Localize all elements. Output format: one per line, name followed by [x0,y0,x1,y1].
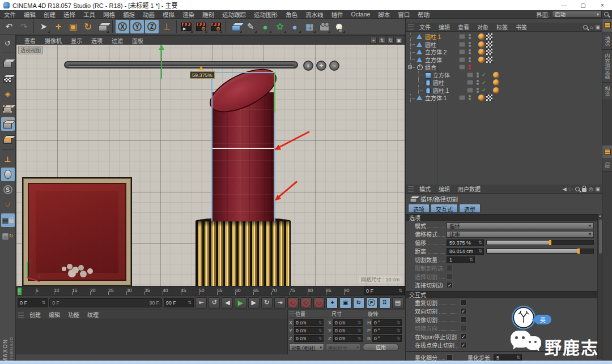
attribute-tab[interactable]: 造型 [459,204,481,213]
object-row[interactable]: − 立方体 ✓ [406,71,602,79]
object-icon[interactable] [424,87,431,93]
checkbox[interactable] [460,299,466,306]
menu-item[interactable]: 文件 [0,10,20,19]
side-tab[interactable]: 内容浏览器 [602,50,612,83]
loop-button[interactable]: ↻ [261,297,273,309]
am-search-icon[interactable] [575,187,580,191]
polygons-mode-icon[interactable] [1,132,15,146]
cuts-value[interactable]: 1⇅ [447,256,475,263]
menu-item[interactable]: 渲染 [178,10,198,19]
om-menu-item[interactable]: 标签 [492,23,512,31]
am-target-icon[interactable]: ◎ [589,186,593,192]
menu-item[interactable]: 网格 [99,10,119,19]
menu-item[interactable]: 脚本 [374,10,394,19]
layer-box[interactable] [459,49,465,54]
texture-tag[interactable] [486,95,492,101]
layer-box[interactable] [459,34,465,39]
gizmo-pause-button[interactable]: ‖ [303,61,313,71]
visibility-dots[interactable] [475,80,481,85]
side-tab[interactable]: 场次 [602,32,612,50]
am-forward-icon[interactable]: ▷ [569,186,573,192]
object-icon[interactable] [424,72,431,78]
viewport-menu-item[interactable]: 摄像机 [40,36,66,45]
scale-tool-icon[interactable]: ▣ [66,20,80,33]
material-menu-item[interactable]: 纹理 [83,310,103,319]
offset-value[interactable]: 59.375 %⇅ [447,239,484,246]
phong-tag[interactable] [478,49,484,55]
menu-item[interactable]: 动画 [139,10,159,19]
phong-tag[interactable] [493,72,499,78]
layer-box[interactable] [459,95,465,100]
object-icon[interactable] [416,33,423,40]
last-tool-icon[interactable] [96,20,109,33]
redo-icon[interactable]: ↷ [17,20,31,33]
om-menu-item[interactable]: 编辑 [435,23,454,31]
object-row[interactable]: − 圆柱 ✓ [406,41,602,49]
distance-slider[interactable] [486,249,594,254]
object-row[interactable]: − 圆柱 ✓ [406,79,602,87]
edges-mode-icon[interactable] [1,117,15,131]
viewport-zoom-icon[interactable]: ⇅ [379,37,385,44]
menu-item[interactable]: Octane [347,10,375,19]
rotate-tool-icon[interactable]: ↻ [81,20,95,33]
key-scale-toggle[interactable]: ▣ [339,297,351,309]
om-search-icon[interactable] [583,25,588,29]
interface-dropdown[interactable]: 启动▾ [552,11,602,18]
menu-item[interactable]: 选择 [60,10,79,19]
coord-mode-dropdown[interactable]: 对象 (相对)▾ [289,344,324,351]
keyframe-selection-button[interactable]: ? [313,297,325,309]
am-back-icon[interactable]: ◀ [563,186,567,192]
menu-item[interactable]: 运动图形 [250,10,282,19]
section-interactive[interactable]: 交互式 [406,291,597,298]
undo-icon[interactable]: ↶ [2,20,16,33]
enabled-check[interactable]: ✓ [482,87,487,93]
checkbox[interactable]: ✓ [460,342,466,348]
snap-icon[interactable]: S [1,183,15,196]
phong-tag[interactable] [478,33,484,40]
checkbox[interactable] [447,273,453,280]
am-menu-item[interactable]: 编辑 [435,185,454,193]
position-input[interactable]: 0 cm⇅ [294,319,324,326]
am-menu-item[interactable]: 模式 [415,185,435,193]
cut-offset-slider[interactable] [64,61,298,68]
viewport-menu-item[interactable]: 面板 [128,36,148,45]
phong-tag[interactable] [478,95,484,101]
layer-box[interactable] [467,88,473,93]
menu-item[interactable]: 流水线 [301,10,328,19]
size-input[interactable]: 0 cm⇅ [333,319,363,326]
offset-mode-dropdown[interactable]: 比率▾ [447,231,594,238]
tab-attributes-icon[interactable] [602,145,612,159]
checkbox[interactable]: ✓ [460,333,466,340]
checkbox[interactable] [460,316,466,323]
clone-array-icon[interactable]: ▦ [303,20,316,33]
rotation-input[interactable]: 0 °⇅ [372,319,402,326]
texture-tag[interactable] [486,41,492,48]
object-row[interactable]: − 立方体 ✓ [406,56,602,64]
frame-spinner[interactable]: 0 F⇅ [364,286,405,295]
light-icon[interactable] [332,20,346,33]
make-editable-icon[interactable]: ↺ [1,36,15,50]
apply-button[interactable]: 应用 [363,344,399,351]
visibility-dots[interactable] [467,34,473,39]
size-input[interactable]: 0 cm⇅ [333,335,363,342]
position-input[interactable]: 0 cm⇅ [294,327,324,334]
menu-item[interactable]: 帮助 [414,10,434,19]
object-icon[interactable] [416,49,423,55]
close-button[interactable]: × [593,0,612,10]
timeline-ruler[interactable]: 051015202530354045505560657075808590 0 F… [16,286,405,296]
view-label[interactable]: 透视视图 [18,46,43,54]
size-mode-dropdown[interactable]: 绝对尺寸▾ [326,344,361,351]
search-icon[interactable] [604,12,609,16]
layer-box[interactable] [467,80,473,85]
am-lock-icon[interactable] [582,188,586,192]
distance-value[interactable]: 86.014 cm⇅ [447,248,484,255]
om-home-icon[interactable]: ⌂ [590,24,593,30]
gizmo-add-button[interactable]: + [316,61,326,71]
quantize-step-value[interactable]: 5⇅ [494,354,522,361]
object-row[interactable]: − 圆柱.1 ✓ [406,87,602,95]
object-name[interactable]: 立方体.1 [425,93,458,102]
timeline-window-button[interactable]: ▤ [392,297,403,309]
enabled-check[interactable]: ✓ [482,80,487,85]
spline-pen-icon[interactable]: ✎ [244,20,257,33]
om-menu-item[interactable]: 对象 [473,23,492,31]
